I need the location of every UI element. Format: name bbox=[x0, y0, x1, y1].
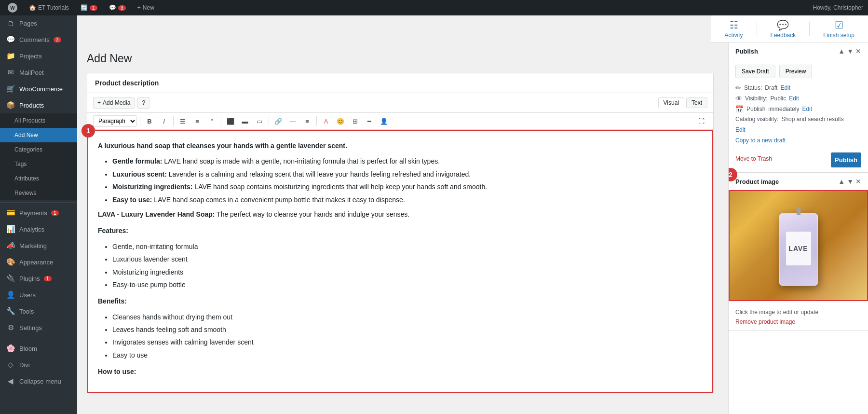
copy-draft-link[interactable]: Copy to a new draft bbox=[735, 137, 861, 144]
settings-label: Settings bbox=[19, 324, 42, 331]
sidebar-item-comments[interactable]: 💬 Comments 3 bbox=[0, 31, 77, 48]
sidebar-item-marketing[interactable]: 📣 Marketing bbox=[0, 237, 77, 254]
visual-tab[interactable]: Visual bbox=[658, 97, 684, 108]
benefit-3: Invigorates senses with calming lavender… bbox=[112, 337, 703, 347]
comments-item[interactable]: 💬 3 bbox=[106, 0, 129, 15]
sidebar-item-tags[interactable]: Tags bbox=[0, 157, 77, 171]
activity-button[interactable]: ☷ Activity bbox=[721, 17, 747, 41]
publish-chevrons: ▲ ▼ ✕ bbox=[838, 47, 861, 55]
toolbar-toggle-button[interactable]: ≡ bbox=[301, 115, 313, 127]
publish-collapse[interactable]: ✕ bbox=[855, 47, 861, 55]
sidebar-divider-2 bbox=[0, 338, 77, 338]
catalog-row: Catalog visibility: Shop and search resu… bbox=[735, 116, 861, 123]
sidebar-item-divi[interactable]: ◇ Divi bbox=[0, 357, 77, 373]
fullscreen-button[interactable]: ⛶ bbox=[695, 115, 707, 127]
site-name-item[interactable]: 🏠 ET Tutorials bbox=[26, 0, 72, 15]
sidebar-item-categories[interactable]: Categories bbox=[0, 142, 77, 157]
bloom-label: Bloom bbox=[19, 345, 37, 352]
italic-button[interactable]: I bbox=[158, 115, 170, 127]
woo-icon: 🛒 bbox=[6, 84, 15, 93]
product-image-collapse[interactable]: ✕ bbox=[855, 178, 861, 185]
product-image-chevron-up[interactable]: ▲ bbox=[838, 178, 845, 185]
plugins-icon: 🔌 bbox=[6, 274, 15, 283]
sidebar-item-reviews[interactable]: Reviews bbox=[0, 186, 77, 200]
save-draft-button[interactable]: Save Draft bbox=[735, 65, 775, 78]
help-button[interactable]: ? bbox=[137, 97, 149, 109]
emoji-button[interactable]: 😊 bbox=[334, 115, 347, 127]
sidebar-label-products: Products bbox=[19, 102, 44, 109]
sidebar-item-mailpoet[interactable]: ✉ MailPoet bbox=[0, 64, 77, 81]
table-button[interactable]: ⊞ bbox=[349, 115, 361, 127]
align-right-button[interactable]: ▭ bbox=[253, 115, 266, 127]
move-trash-link[interactable]: Move to Trash bbox=[735, 155, 772, 162]
sidebar: 🗋 Pages 💬 Comments 3 📁 Projects ✉ MailPo… bbox=[0, 15, 77, 414]
publish-chevron-down[interactable]: ▼ bbox=[847, 47, 854, 55]
finish-setup-button[interactable]: ☑ Finish setup bbox=[819, 17, 858, 41]
sidebar-item-payments[interactable]: 💳 Payments 1 bbox=[0, 205, 77, 221]
benefits-list: Cleanses hands without drying them out L… bbox=[112, 312, 703, 361]
reviews-label: Reviews bbox=[14, 190, 36, 196]
sidebar-item-products[interactable]: 📦 Products bbox=[0, 97, 77, 113]
product-image-chevron-down[interactable]: ▼ bbox=[847, 178, 854, 185]
bold-icon: B bbox=[147, 118, 151, 125]
add-media-button[interactable]: + Add Media bbox=[93, 97, 135, 109]
color-button[interactable]: A bbox=[320, 115, 332, 127]
sidebar-item-woocommerce[interactable]: 🛒 WooCommerce bbox=[0, 81, 77, 97]
publish-chevron-up[interactable]: ▲ bbox=[838, 47, 845, 55]
toolbar-sep-5 bbox=[316, 116, 317, 126]
align-center-button[interactable]: ▬ bbox=[239, 115, 251, 127]
sidebar-item-all-products[interactable]: All Products bbox=[0, 113, 77, 128]
sidebar-item-attributes[interactable]: Attributes bbox=[0, 171, 77, 186]
sidebar-item-plugins[interactable]: 🔌 Plugins 1 bbox=[0, 270, 77, 287]
preview-button[interactable]: Preview bbox=[779, 65, 813, 78]
remove-image-link[interactable]: Remove product image bbox=[735, 318, 795, 325]
feedback-button[interactable]: 💬 Feedback bbox=[767, 17, 800, 41]
sidebar-item-projects[interactable]: 📁 Projects bbox=[0, 48, 77, 64]
products-submenu: All Products Add New Categories Tags Att… bbox=[0, 113, 77, 200]
tags-label: Tags bbox=[14, 161, 27, 167]
bold-button[interactable]: B bbox=[143, 115, 156, 127]
toggle-icon: ≡ bbox=[305, 118, 309, 125]
sidebar-item-settings[interactable]: ⚙ Settings bbox=[0, 319, 77, 336]
hr-button[interactable]: ━ bbox=[363, 115, 376, 127]
sidebar-item-analytics[interactable]: 📊 Analytics bbox=[0, 221, 77, 237]
format-select[interactable]: Paragraph Heading 1 Heading 2 bbox=[93, 115, 137, 127]
site-name: ET Tutorials bbox=[38, 4, 69, 11]
tagline: LAVA - Luxury Lavender Hand Soap: The pe… bbox=[98, 209, 703, 220]
blockquote-button[interactable]: " bbox=[205, 115, 218, 127]
status-edit-link[interactable]: Edit bbox=[780, 84, 790, 91]
editor-content[interactable]: 1 A luxurious hand soap that cleanses yo… bbox=[87, 130, 713, 393]
publish-time-edit-link[interactable]: Edit bbox=[802, 106, 812, 112]
catalog-edit-link[interactable]: Edit bbox=[735, 126, 861, 133]
sidebar-item-bloom[interactable]: 🌸 Bloom bbox=[0, 340, 77, 357]
benefit-1: Cleanses hands without drying them out bbox=[112, 312, 703, 322]
more-button[interactable]: — bbox=[286, 115, 299, 127]
blockquote-icon: " bbox=[211, 118, 213, 125]
visibility-edit-link[interactable]: Edit bbox=[789, 95, 799, 102]
ol-button[interactable]: ≡ bbox=[191, 115, 203, 127]
user-button[interactable]: 👤 bbox=[378, 115, 390, 127]
wp-logo-item[interactable]: W bbox=[5, 0, 20, 15]
align-left-button[interactable]: ⬛ bbox=[224, 115, 237, 127]
admin-bar: W 🏠 ET Tutorials 🔄 1 💬 3 + New Howdy, Ch… bbox=[0, 0, 868, 15]
updates-item[interactable]: 🔄 1 bbox=[78, 0, 100, 15]
sidebar-item-users[interactable]: 👤 Users bbox=[0, 287, 77, 303]
sidebar-label-mailpoet: MailPoet bbox=[19, 69, 44, 76]
bottle-label: LAVE bbox=[788, 245, 808, 252]
sidebar-item-add-new[interactable]: Add New bbox=[0, 128, 77, 142]
sidebar-item-tools[interactable]: 🔧 Tools bbox=[0, 303, 77, 319]
categories-label: Categories bbox=[14, 146, 42, 153]
publish-button[interactable]: Publish bbox=[831, 152, 861, 167]
link-button[interactable]: 🔗 bbox=[272, 115, 285, 127]
pages-icon: 🗋 bbox=[6, 19, 15, 28]
toolbar-sep-1 bbox=[140, 116, 140, 126]
sidebar-item-pages[interactable]: 🗋 Pages bbox=[0, 15, 77, 31]
sidebar-item-appearance[interactable]: 🎨 Appearance bbox=[0, 254, 77, 270]
new-item[interactable]: + New bbox=[135, 0, 157, 15]
sidebar-collapse-item[interactable]: ◀ Collapse menu bbox=[0, 373, 77, 389]
text-tab[interactable]: Text bbox=[686, 97, 707, 108]
product-image-clickable[interactable]: LAVE bbox=[729, 190, 868, 301]
ul-button[interactable]: ☰ bbox=[176, 115, 189, 127]
activity-label: Activity bbox=[725, 32, 743, 39]
publish-body: Save Draft Preview ✏ Status: Draft Edit … bbox=[729, 60, 868, 172]
